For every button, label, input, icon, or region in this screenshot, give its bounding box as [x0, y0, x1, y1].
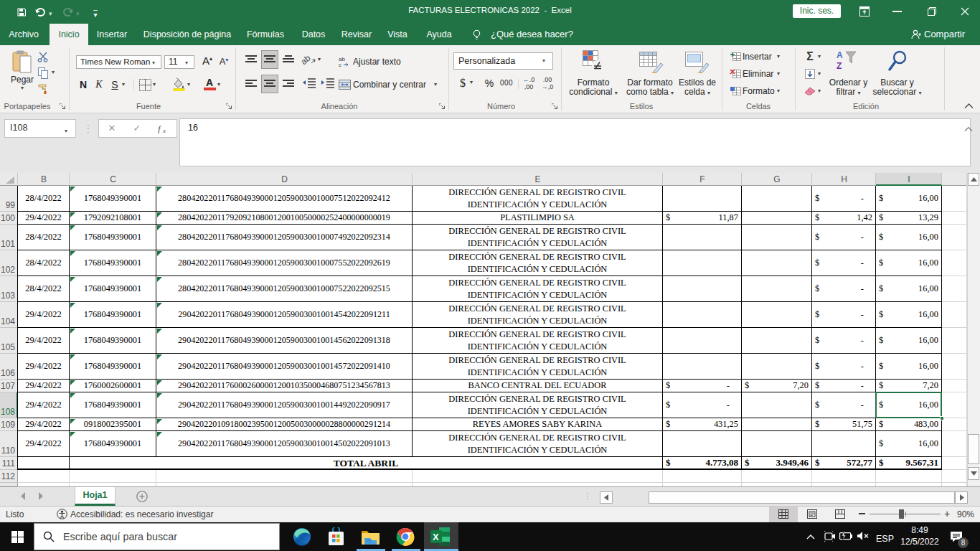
svg-text:A: A	[837, 50, 843, 60]
svg-text:ab: ab	[301, 53, 313, 66]
svg-text:c: c	[339, 62, 341, 67]
svg-text:f: f	[158, 123, 162, 133]
svg-text:X: X	[433, 532, 439, 542]
svg-text:x: x	[162, 127, 166, 133]
svg-text:Z: Z	[837, 61, 842, 71]
